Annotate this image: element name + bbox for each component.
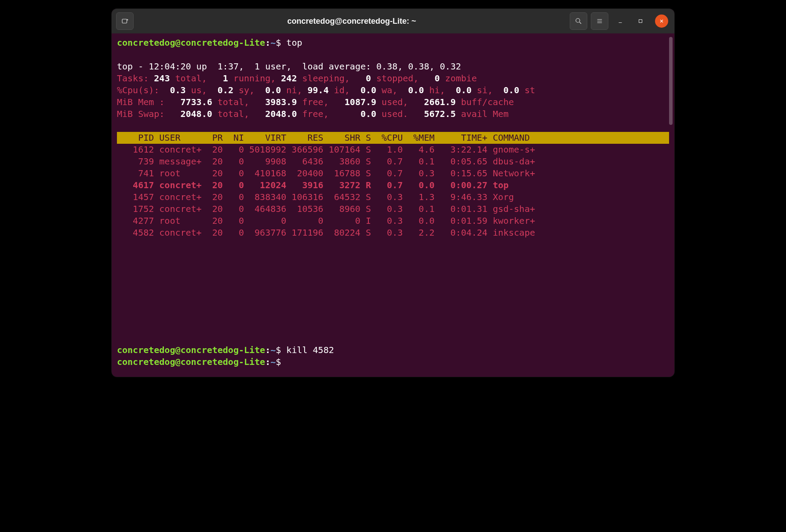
- table-row: 739 message+ 20 0 9908 6436 3860 S 0.7 0…: [117, 156, 669, 168]
- titlebar-controls: [570, 12, 670, 30]
- table-row: 1457 concret+ 20 0 838340 106316 64532 S…: [117, 191, 669, 203]
- top-summary-swap: MiB Swap: 2048.0 total, 2048.0 free, 0.0…: [117, 108, 669, 120]
- table-row: 1752 concret+ 20 0 464836 10536 8960 S 0…: [117, 203, 669, 215]
- scrollbar[interactable]: [669, 37, 673, 125]
- top-summary-tasks: Tasks: 243 total, 1 running, 242 sleepin…: [117, 73, 669, 84]
- new-tab-button[interactable]: [116, 12, 134, 30]
- table-row: 741 root 20 0 410168 20400 16788 S 0.7 0…: [117, 168, 669, 179]
- table-row: 4277 root 20 0 0 0 0 I 0.3 0.0 0:01.59 k…: [117, 215, 669, 227]
- prompt-line-3: concretedog@concretedog-Lite:~$: [117, 356, 669, 368]
- prompt-line-2: concretedog@concretedog-Lite:~$ kill 458…: [117, 344, 669, 356]
- terminal-window: concretedog@concretedog-Lite: ~ concrete…: [112, 9, 674, 377]
- close-button[interactable]: [655, 15, 668, 28]
- svg-line-4: [579, 22, 581, 24]
- svg-rect-9: [639, 20, 642, 23]
- minimize-button[interactable]: [612, 13, 629, 29]
- prompt-line-1: concretedog@concretedog-Lite:~$ top: [117, 37, 669, 49]
- table-row: 4617 concret+ 20 0 12024 3916 3272 R 0.7…: [117, 179, 669, 191]
- top-summary-cpu: %Cpu(s): 0.3 us, 0.2 sy, 0.0 ni, 99.4 id…: [117, 84, 669, 96]
- table-row: 4582 concret+ 20 0 963776 171196 80224 S…: [117, 227, 669, 239]
- table-row: 1612 concret+ 20 0 5018992 366596 107164…: [117, 144, 669, 156]
- titlebar: concretedog@concretedog-Lite: ~: [112, 9, 674, 33]
- search-button[interactable]: [570, 12, 587, 30]
- window-title: concretedog@concretedog-Lite: ~: [137, 17, 566, 26]
- terminal-body[interactable]: concretedog@concretedog-Lite:~$ top top …: [112, 33, 674, 377]
- process-table-header: PID USER PR NI VIRT RES SHR S %CPU %MEM …: [117, 132, 669, 144]
- top-summary-mem: MiB Mem : 7733.6 total, 3983.9 free, 108…: [117, 96, 669, 108]
- process-table: 1612 concret+ 20 0 5018992 366596 107164…: [117, 144, 669, 239]
- menu-button[interactable]: [591, 12, 608, 30]
- top-summary-uptime: top - 12:04:20 up 1:37, 1 user, load ave…: [117, 61, 669, 73]
- maximize-button[interactable]: [632, 13, 649, 29]
- svg-rect-0: [122, 19, 127, 23]
- svg-point-3: [576, 18, 580, 22]
